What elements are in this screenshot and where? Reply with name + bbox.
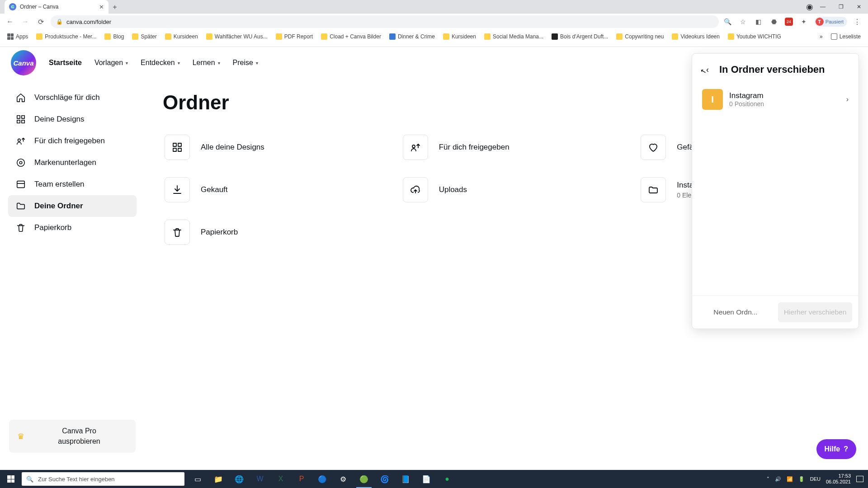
bookmark-item[interactable]: Kursideen (440, 32, 479, 41)
folder-shared[interactable]: Für dich freigegeben (401, 132, 612, 163)
bookmark-item[interactable]: Copywriting neu (613, 32, 666, 41)
bookmark-item[interactable]: Später (129, 32, 159, 41)
url-input[interactable]: 🔒 canva.com/folder (51, 15, 719, 28)
bookmark-label: Blog (113, 33, 124, 40)
tray-chevron-icon[interactable]: ˄ (767, 476, 769, 482)
file-explorer-icon[interactable]: 📁 (208, 470, 229, 488)
new-tab-button[interactable]: + (108, 1, 121, 14)
extension-icon-1[interactable]: ◧ (754, 17, 763, 26)
bookmark-label: Social Media Mana... (493, 33, 543, 40)
popover-folder-instagram[interactable]: I Instagram 0 Positionen › (697, 84, 854, 114)
word-icon[interactable]: W (250, 470, 270, 488)
chrome-icon[interactable]: 🟢 (354, 470, 374, 488)
zoom-icon[interactable]: 🔍 (723, 17, 732, 26)
folder-all-designs[interactable]: Alle deine Designs (163, 132, 374, 163)
reading-list[interactable]: Leseliste (828, 32, 863, 41)
bookmark-item[interactable]: PDF Report (273, 32, 316, 41)
folder-purchased[interactable]: Gekauft (163, 174, 374, 205)
canva-pro-card[interactable]: ♛ Canva Pro ausprobieren (9, 420, 136, 453)
chevron-right-icon[interactable]: › (846, 95, 849, 103)
nav-learn[interactable]: Lernen▾ (193, 59, 220, 67)
folder-label: Uploads (439, 185, 467, 194)
sidebar-item-your-designs[interactable]: Deine Designs (8, 108, 137, 130)
bookmark-label: Produktsuche - Mer... (45, 33, 96, 40)
nav-discover[interactable]: Entdecken▾ (141, 59, 180, 67)
obs-icon[interactable]: ⚙ (333, 470, 354, 488)
close-tab-icon[interactable]: ✕ (99, 4, 104, 10)
bookmark-item[interactable]: Youtube WICHTIG (725, 32, 784, 41)
close-window-button[interactable]: ✕ (850, 4, 868, 10)
nav-prices[interactable]: Preise▾ (233, 59, 258, 67)
sidebar-item-folders[interactable]: Deine Ordner (8, 195, 137, 217)
popover-back-button[interactable]: ‹ ↖ (702, 64, 713, 75)
excel-icon[interactable]: X (270, 470, 291, 488)
bookmark-item[interactable]: Produktsuche - Mer... (33, 32, 99, 41)
canva-logo[interactable]: Canva (11, 50, 36, 75)
bookmark-item[interactable]: Blog (102, 32, 127, 41)
chrome-menu-icon[interactable]: ⋮ (854, 18, 861, 26)
sidebar-item-shared[interactable]: Für dich freigegeben (8, 130, 137, 152)
bookmark-item[interactable]: Videokurs Ideen (669, 32, 722, 41)
bookmark-item[interactable]: Cload + Canva Bilder (318, 32, 384, 41)
extensions-menu-icon[interactable]: ✦ (799, 17, 808, 26)
reload-button[interactable]: ⟳ (35, 16, 46, 27)
app-icon[interactable]: 🔵 (312, 470, 333, 488)
wifi-icon[interactable]: 📶 (787, 476, 793, 482)
edge-chromium-icon[interactable]: 🌀 (374, 470, 395, 488)
maximize-button[interactable]: ❐ (832, 4, 850, 10)
nav-home[interactable]: Startseite (49, 59, 82, 67)
sidebar-label: Deine Designs (34, 115, 85, 124)
task-view-icon[interactable]: ▭ (187, 470, 208, 488)
bookmark-overflow[interactable]: » (817, 32, 826, 41)
popover-title: In Ordner verschieben (719, 64, 825, 75)
minimize-button[interactable]: — (814, 4, 832, 10)
bookmark-star-icon[interactable]: ☆ (739, 17, 748, 26)
svg-rect-8 (173, 143, 176, 146)
browser-tab-active[interactable]: C Ordner – Canva ✕ (5, 0, 108, 14)
bookmark-apps[interactable]: Apps (5, 32, 31, 41)
profile-status: Pausiert (826, 19, 844, 24)
bookmark-item[interactable]: Dinner & Crime (387, 32, 438, 41)
folder-trash[interactable]: Papierkorb (163, 217, 374, 248)
app-icon-2[interactable]: 📘 (395, 470, 416, 488)
chevron-down-icon: ▾ (178, 61, 180, 66)
folder-label: Für dich freigegeben (439, 143, 509, 152)
nav-templates[interactable]: Vorlagen▾ (94, 59, 128, 67)
window-controls: ◉ — ❐ ✕ (806, 0, 868, 14)
sidebar-item-suggestions[interactable]: Vorschläge für dich (8, 87, 137, 108)
profile-chip[interactable]: T Pausiert (815, 17, 847, 27)
svg-rect-3 (22, 120, 24, 123)
bookmark-item[interactable]: Social Media Mana... (481, 32, 546, 41)
popover-item-subtitle: 0 Positionen (729, 100, 764, 108)
taskbar-search[interactable]: 🔍 Zur Suche Text hier eingeben (22, 472, 184, 486)
clock[interactable]: 17:53 06.05.2021 (826, 473, 851, 484)
spotify-icon[interactable]: ● (437, 470, 458, 488)
notifications-icon[interactable] (856, 476, 863, 482)
extension-icon-2[interactable]: ⬣ (769, 17, 778, 26)
nav-label: Startseite (49, 59, 82, 67)
question-icon: ? (844, 445, 848, 453)
new-folder-button[interactable]: Neuen Ordn... (698, 302, 773, 322)
chevron-down-icon: ▾ (218, 61, 220, 66)
bookmark-label: Copywriting neu (625, 33, 664, 40)
start-button[interactable] (0, 470, 22, 488)
extension-badge-icon[interactable]: 24 (785, 18, 793, 26)
edge-icon[interactable]: 🌐 (229, 470, 250, 488)
search-icon: 🔍 (26, 476, 33, 483)
chevron-down-icon: ▾ (256, 61, 258, 66)
powerpoint-icon[interactable]: P (291, 470, 312, 488)
battery-icon[interactable]: 🔋 (798, 476, 805, 482)
help-button[interactable]: Hilfe ? (816, 439, 856, 459)
volume-icon[interactable]: 🔊 (775, 476, 781, 482)
bookmark-item[interactable]: Wahlfächer WU Aus... (203, 32, 270, 41)
bookmark-item[interactable]: Kursideen (162, 32, 201, 41)
bookmark-item[interactable]: Bois d'Argent Duft... (549, 32, 611, 41)
notepad-icon[interactable]: 📄 (416, 470, 437, 488)
sidebar-item-brand[interactable]: Markenunterlagen (8, 152, 137, 174)
sidebar-item-trash[interactable]: Papierkorb (8, 217, 137, 239)
folder-uploads[interactable]: Uploads (401, 174, 612, 205)
back-button[interactable]: ← (5, 16, 15, 27)
language-indicator[interactable]: DEU (810, 476, 821, 482)
sidebar-item-team[interactable]: Team erstellen (8, 174, 137, 195)
bookmark-favicon-icon (552, 33, 558, 40)
